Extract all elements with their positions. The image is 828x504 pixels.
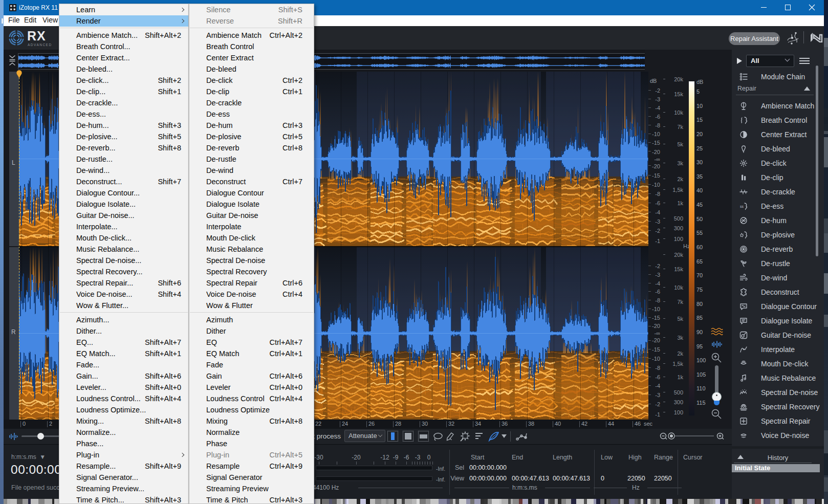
svg-text:ss: ss — [740, 205, 744, 208]
